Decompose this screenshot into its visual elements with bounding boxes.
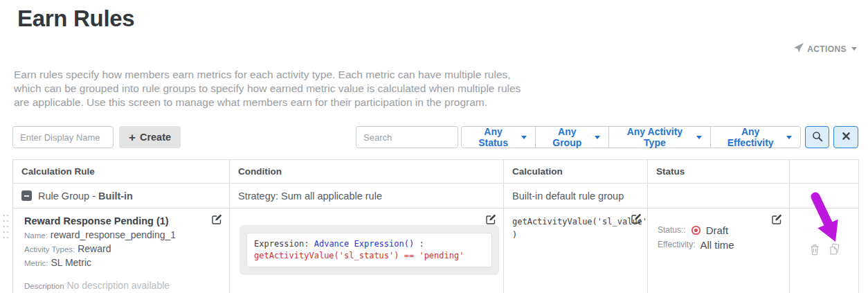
actions-menu-button[interactable]: ACTIONS (794, 43, 857, 55)
status-label: Status:: (658, 224, 686, 237)
rule-group-label-prefix: Rule Group - (38, 190, 98, 202)
effectivity-label: Effectivity: (658, 238, 695, 251)
clear-filters-button[interactable] (833, 126, 858, 148)
earn-rules-page: Earn Rules ACTIONS Earn rules specify ho… (0, 0, 868, 293)
calculation-cell: getActivityValue('sl_value' ) (504, 208, 648, 293)
condition-cell: Expression: Advance Expression() : getAc… (230, 208, 504, 293)
description-line: are applicable. Use this screen to manag… (14, 96, 521, 109)
chevron-down-icon (521, 136, 527, 139)
delete-rule-icon[interactable] (809, 244, 820, 258)
group-actions-empty (790, 184, 859, 208)
chevron-down-icon (786, 136, 792, 139)
earn-rules-table: Calculation Rule Condition Calculation S… (12, 159, 859, 293)
expression-box: Expression: Advance Expression() : getAc… (239, 225, 499, 275)
effectivity-value: All time (700, 238, 734, 251)
description-value: No description available (66, 280, 170, 291)
edit-condition-icon[interactable] (485, 214, 496, 228)
toolbar: + Create Any Status Any Group Any Activi… (12, 126, 858, 148)
group-strategy: Strategy: Sum all applicable rule (230, 184, 504, 208)
expression-function: Advance Expression() (314, 239, 415, 249)
activity-types-value: Reward (78, 243, 111, 254)
metric-value: SL Metric (51, 257, 91, 268)
group-status-empty (648, 184, 790, 208)
actions-menu-label: ACTIONS (807, 44, 847, 54)
column-header-calculation: Calculation (504, 160, 648, 184)
group-calculation: Built-in default rule group (504, 184, 648, 208)
close-icon (842, 132, 851, 143)
name-label: Name: (24, 231, 48, 240)
record-status-icon (691, 225, 701, 236)
calculation-code-line: getActivityValue('sl_value' (512, 215, 629, 229)
page-description: Earn rules specify how members earn metr… (14, 68, 521, 109)
expression-label: Expression: (254, 239, 314, 249)
chevron-down-icon (696, 136, 702, 139)
edit-rule-icon[interactable] (211, 214, 222, 228)
filter-label: Any Activity Type (617, 126, 691, 148)
table-header-row: Calculation Rule Condition Calculation S… (13, 160, 859, 184)
filter-label: Any Group (544, 126, 590, 148)
status-line: Status:: Draft (658, 224, 781, 237)
filter-label: Any Effectivity (719, 126, 781, 148)
calculation-code-line: ) (512, 229, 629, 242)
row-actions-cell (790, 208, 859, 293)
drag-handle[interactable] (2, 213, 10, 239)
metric-label: Metric: (24, 259, 48, 267)
status-value: Draft (706, 224, 729, 237)
name-value: reward_response_pending_1 (51, 229, 176, 240)
description-line: Earn rules specify how members earn metr… (14, 68, 521, 82)
column-header-condition: Condition (230, 160, 504, 184)
description-line: which can be grouped into rule groups to… (14, 82, 521, 96)
rule-group-name: Built-in (98, 190, 133, 202)
description-label: Description (24, 282, 64, 290)
earn-rule-row: Reward Response Pending (1) Name: reward… (13, 208, 859, 293)
edit-status-icon[interactable] (771, 214, 782, 228)
rule-activity-line: Activity Types: Reward (24, 242, 219, 256)
rule-group-label: Rule Group - Built-in (38, 190, 133, 202)
paper-plane-icon (794, 43, 804, 55)
display-name-input[interactable] (12, 126, 114, 148)
column-header-actions (790, 160, 859, 184)
rule-description-line: Description No description available (24, 279, 219, 293)
filter-label: Any Status (470, 126, 516, 148)
filter-any-effectivity[interactable]: Any Effectivity (710, 126, 801, 148)
expression-code: Expression: Advance Expression() : getAc… (246, 233, 492, 267)
filter-any-status[interactable]: Any Status (461, 126, 536, 148)
expression-line-1: Expression: Advance Expression() : (254, 238, 485, 250)
chevron-down-icon (595, 136, 600, 139)
search-input[interactable] (356, 126, 458, 148)
activity-types-label: Activity Types: (24, 245, 75, 254)
calculation-rule-cell: Reward Response Pending (1) Name: reward… (13, 208, 230, 293)
rule-title: Reward Response Pending (1) (24, 215, 219, 227)
search-icon (812, 131, 823, 144)
rule-name-line: Name: reward_response_pending_1 (24, 229, 219, 242)
create-button[interactable]: + Create (119, 126, 181, 148)
page-title: Earn Rules (17, 6, 134, 32)
chevron-down-icon (851, 47, 857, 51)
edit-calculation-icon[interactable] (631, 213, 642, 229)
filter-any-activity-type[interactable]: Any Activity Type (608, 126, 711, 148)
collapse-group-icon[interactable] (21, 190, 32, 201)
toolbar-filters: Any Status Any Group Any Activity Type A… (356, 126, 858, 148)
expression-separator: : (414, 239, 424, 249)
search-submit-button[interactable] (805, 126, 830, 148)
filter-any-group[interactable]: Any Group (535, 126, 609, 148)
effectivity-line: Effectivity: All time (658, 238, 781, 251)
column-header-status: Status (648, 160, 790, 184)
create-button-label: Create (140, 132, 171, 143)
status-cell: Status:: Draft Effectivity: All time (648, 208, 790, 293)
rule-metric-line: Metric: SL Metric (24, 256, 219, 270)
plus-icon: + (129, 132, 136, 143)
duplicate-rule-icon[interactable] (827, 242, 842, 260)
expression-condition: getActivityValue('sl_status') == 'pendin… (254, 250, 485, 262)
rule-group-row: Rule Group - Built-in Strategy: Sum all … (13, 184, 859, 208)
column-header-calculation-rule: Calculation Rule (13, 160, 230, 184)
